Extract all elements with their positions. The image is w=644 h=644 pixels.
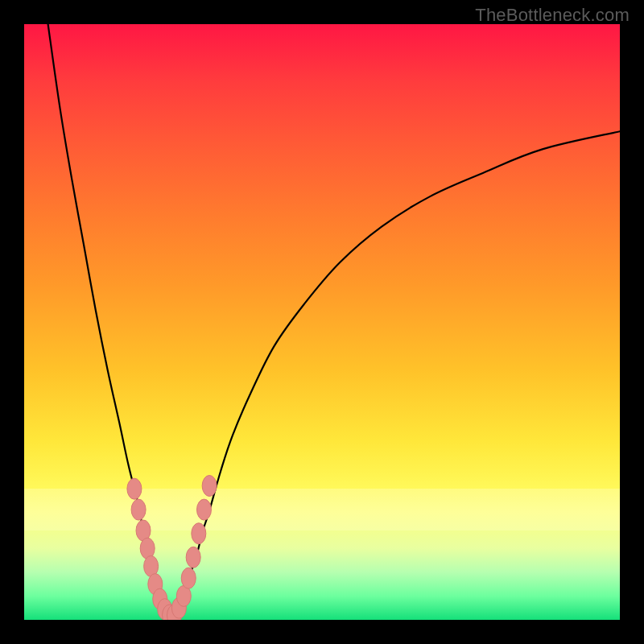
marker-bead [192, 523, 206, 544]
marker-bead [131, 499, 146, 520]
plot-area [24, 24, 620, 620]
chart-svg [24, 24, 620, 620]
marker-layer [127, 476, 217, 621]
marker-bead [186, 547, 200, 568]
watermark-label: TheBottleneck.com [475, 5, 630, 26]
marker-bead [127, 478, 142, 499]
marker-bead [196, 499, 211, 520]
marker-bead [202, 476, 217, 497]
right-branch-path [173, 131, 620, 620]
marker-bead [181, 568, 196, 588]
outer-frame: TheBottleneck.com [0, 0, 644, 644]
left-branch-path [48, 24, 173, 620]
curve-layer [48, 24, 620, 620]
